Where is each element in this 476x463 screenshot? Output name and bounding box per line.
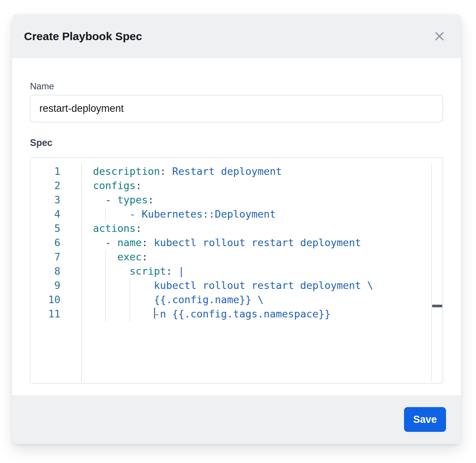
close-icon (433, 30, 446, 42)
modal-header: Create Playbook Spec (12, 14, 461, 58)
line-number: 3 (30, 193, 81, 207)
line-number: 4 (30, 207, 81, 221)
code-line: configs: (93, 179, 431, 193)
code-line: {{.config.name}} \ (93, 293, 431, 307)
save-button[interactable]: Save (404, 407, 446, 432)
code-line: - types: (93, 193, 431, 207)
editor-scrollbar (431, 163, 443, 382)
code-line: exec: (93, 250, 431, 264)
code-line: script: | (93, 264, 431, 278)
line-number: 10 (30, 293, 81, 307)
code-line: kubectl rollout restart deployment \ (93, 278, 431, 293)
line-number: 2 (30, 179, 81, 193)
code-line: -n {{.config.tags.namespace}} (93, 307, 431, 321)
line-number: 8 (30, 264, 81, 278)
indent-guide (105, 207, 106, 221)
name-label: Name (30, 58, 443, 92)
code-line: - Kubernetes::Deployment (93, 207, 431, 221)
modal-title: Create Playbook Spec (24, 30, 142, 43)
text-cursor (154, 308, 155, 319)
code-line: description: Restart deployment (93, 164, 431, 179)
line-number: 6 (30, 236, 81, 250)
name-input[interactable] (30, 95, 443, 122)
modal-footer: Save (12, 395, 461, 444)
modal-body: Name Spec 1234567891011 description: Res… (12, 58, 461, 395)
spec-code-editor[interactable]: 1234567891011 description: Restart deplo… (30, 158, 443, 383)
close-button[interactable] (433, 30, 446, 43)
editor-code-lines: description: Restart deploymentconfigs: … (82, 158, 431, 383)
line-number: 11 (30, 307, 81, 321)
line-number: 5 (30, 221, 81, 236)
code-line: - name: kubectl rollout restart deployme… (93, 236, 431, 250)
indent-guide (105, 250, 106, 322)
line-number: 1 (30, 164, 81, 179)
code-line: actions: (93, 221, 431, 236)
spec-label: Spec (30, 137, 443, 148)
line-number: 7 (30, 250, 81, 264)
line-number: 9 (30, 278, 81, 293)
indent-guide (130, 278, 130, 322)
editor-gutter: 1234567891011 (30, 158, 81, 383)
create-playbook-spec-modal: Create Playbook Spec Name Spec 123456789… (12, 14, 461, 444)
scrollbar-thumb[interactable] (432, 305, 442, 307)
